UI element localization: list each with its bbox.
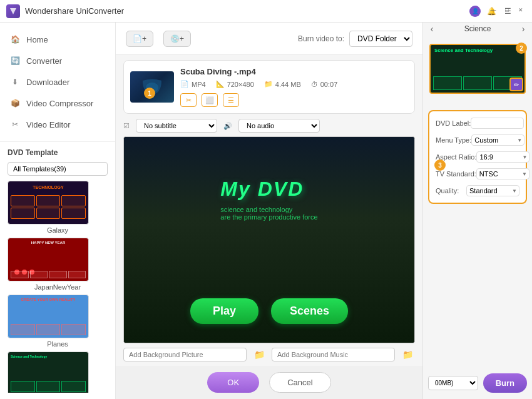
right-preview: Science and Technology 2 ✏ [423,38,532,100]
edit-icon: ✂ [10,119,20,129]
audio-check: 🔊 [223,122,232,130]
sidebar-item-video-compressor[interactable]: 📦 Video Compressor [0,93,115,114]
preview-title: My DVD [220,177,317,200]
subtitle-row: ☑ No subtitle 🔊 No audio [116,119,422,136]
close-button[interactable]: ✕ [516,5,526,15]
template-grid: TECHNOLOGY Galaxy [8,181,108,393]
file-duration: ⏱ 00:07 [311,81,338,88]
quality-select[interactable]: Standard High Low [466,185,519,196]
menu-type-label: Menu Type: [436,136,471,144]
file-meta: 📄 MP4 📐 720×480 📁 4.44 MB ⏱ 00:07 [180,80,408,88]
subtitle-check: ☑ [123,122,130,130]
preview-subtitle-1: science and technology are the primary p… [220,205,317,220]
bottom-buttons: OK Cancel [116,366,422,399]
home-icon: 🏠 [10,34,20,44]
aspect-ratio-select[interactable]: 16:9 4:3 [476,151,529,163]
menu-type-select[interactable]: Custom None Standard [471,134,524,146]
format-icon: 📄 [180,80,189,88]
dvd-label-input[interactable] [471,118,524,129]
dvd-label-label: DVD Label: [436,119,471,127]
compress-icon: 📦 [10,98,20,108]
sidebar-item-converter[interactable]: 🔄 Converter [0,50,115,71]
bg-music-input[interactable] [272,348,395,361]
preview-bg: My DVD science and technology are the pr… [124,137,414,343]
template-item-galaxy[interactable]: TECHNOLOGY Galaxy [8,181,108,234]
storage-select[interactable]: 00MB) [428,376,478,390]
top-toolbar: 📄+ 💿+ Burn video to: DVD Folder [116,23,422,55]
burn-button[interactable]: Burn [483,373,527,393]
template-thumb-japan: HAPPY NEW YEAR [8,238,89,281]
size-icon: 📁 [264,80,273,88]
maximize-button[interactable]: □ [502,5,512,15]
template-item-japan[interactable]: HAPPY NEW YEAR JapanNe [8,238,108,291]
aspect-ratio-row: Aspect Ratio: 16:9 4:3 ▼ [436,151,519,163]
app-logo [6,4,20,18]
sidebar-item-home[interactable]: 🏠 Home [0,29,115,50]
add-dvd-icon: 💿+ [170,34,184,43]
dvd-template-title: DVD Template [8,148,108,157]
scissors-button[interactable]: ✂ [180,93,197,107]
preview-area: ✕ My DVD science and technology are the … [123,136,415,343]
menu-type-row: Menu Type: Custom None Standard ▼ [436,134,519,146]
dvd-settings: DVD Label: Menu Type: Custom None Standa… [428,110,527,204]
burn-area: 00MB) Burn [423,367,532,399]
app-title: Wondershare UniConverter [25,6,124,16]
preview-bottom: 📁 📁 [116,343,422,366]
file-resolution: 📐 720×480 [216,80,254,88]
next-template-button[interactable]: › [517,23,529,35]
sidebar-item-video-editor[interactable]: ✂ Video Editor [0,114,115,135]
duration-icon: ⏱ [311,81,318,88]
crop-button[interactable]: ⬜ [202,93,218,107]
cancel-button[interactable]: Cancel [269,372,330,393]
tv-standard-row: TV Standard: NTSC PAL ▼ [436,168,519,179]
burn-dropdown[interactable]: DVD Folder [349,31,412,47]
burn-to-label: Burn video to: [298,34,344,43]
list-button[interactable]: ☰ [223,93,239,107]
prev-template-button[interactable]: ‹ [426,23,438,35]
quality-label: Quality: [436,187,459,194]
right-nav: ‹ Science › [423,23,532,35]
preview-scenes-button[interactable]: Scenes [271,298,348,324]
file-format: 📄 MP4 [180,80,206,88]
file-thumbnail: 1 [130,71,174,103]
user-icon[interactable]: 👤 [469,6,481,17]
titlebar: Wondershare UniConverter 👤 🔔 ☰ — □ ✕ [0,0,532,23]
download-icon: ⬇ [10,77,20,87]
sidebar-item-downloader[interactable]: ⬇ Downloader [0,71,115,93]
main-layout: 🏠 Home 🔄 Converter ⬇ Downloader 📦 Video … [0,23,532,399]
file-info: Scuba Diving -.mp4 📄 MP4 📐 720×480 📁 4.4… [180,67,408,107]
file-size: 📁 4.44 MB [264,80,301,88]
template-thumb-planes: CREATE YOUR OWN REALITY [8,295,89,338]
sidebar-menu: 🏠 Home 🔄 Converter ⬇ Downloader 📦 Video … [0,23,115,141]
resolution-icon: 📐 [216,80,225,88]
content-area: 📄+ 💿+ Burn video to: DVD Folder 1 Scu [116,23,422,399]
bg-picture-input[interactable] [123,348,247,361]
sidebar: 🏠 Home 🔄 Converter ⬇ Downloader 📦 Video … [0,23,116,399]
right-preview-title: Science and Technology [434,48,493,53]
audio-select[interactable]: No audio [238,119,320,133]
template-thumb-science: Science and Technology [8,351,89,393]
preview-play-button[interactable]: Play [190,298,258,324]
file-badge-1: 1 [144,88,155,99]
edit-template-button[interactable]: ✏ [509,78,523,91]
preview-text-block: My DVD science and technology are the pr… [220,177,317,220]
template-thumb-galaxy: TECHNOLOGY [8,181,89,225]
bg-picture-folder-button[interactable]: 📁 [252,347,267,362]
add-media-button[interactable]: 📄+ [126,31,153,47]
badge-2: 2 [516,43,527,54]
dvd-template-section: DVD Template All Templates(39) TECHNOLOG… [0,141,115,399]
tv-standard-select[interactable]: NTSC PAL [476,168,529,179]
minimize-button[interactable]: — [488,5,498,15]
tv-standard-label: TV Standard: [436,170,476,178]
dvd-label-row: DVD Label: [436,118,519,129]
window-controls: — □ ✕ [488,5,526,15]
right-nav-label: Science [464,24,491,33]
subtitle-select[interactable]: No subtitle [136,119,217,133]
bg-music-folder-button[interactable]: 📁 [400,347,415,362]
badge-3: 3 [434,159,446,171]
add-dvd-button[interactable]: 💿+ [163,31,191,47]
ok-button[interactable]: OK [207,372,259,393]
template-item-science[interactable]: Science and Technology Science [8,351,108,393]
template-item-planes[interactable]: CREATE YOUR OWN REALITY Planes [8,295,108,348]
template-dropdown[interactable]: All Templates(39) [8,162,108,176]
